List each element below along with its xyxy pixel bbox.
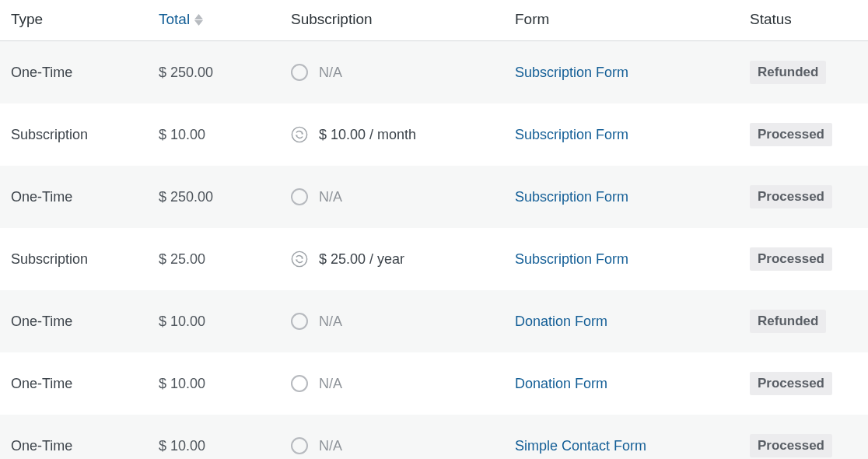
cell-status: Processed bbox=[750, 247, 868, 271]
status-badge: Processed bbox=[750, 123, 832, 146]
table-row: Subscription$ 25.00$ 25.00 / yearSubscri… bbox=[0, 228, 868, 290]
cell-status: Refunded bbox=[750, 310, 868, 333]
form-link[interactable]: Donation Form bbox=[515, 376, 607, 391]
table-body: One-Time$ 250.00N/ASubscription FormRefu… bbox=[0, 41, 868, 459]
renew-icon bbox=[291, 251, 308, 268]
table-row: One-Time$ 250.00N/ASubscription FormProc… bbox=[0, 166, 868, 228]
status-badge: Processed bbox=[750, 372, 832, 395]
status-badge: Processed bbox=[750, 247, 832, 271]
cell-total: $ 10.00 bbox=[159, 314, 291, 330]
cell-status: Processed bbox=[750, 123, 868, 146]
form-link[interactable]: Donation Form bbox=[515, 314, 607, 329]
circle-icon bbox=[291, 64, 308, 81]
cell-type: Subscription bbox=[0, 251, 159, 268]
cell-subscription: N/A bbox=[291, 437, 515, 454]
cell-status: Processed bbox=[750, 434, 868, 457]
cell-total: $ 10.00 bbox=[159, 376, 291, 392]
cell-subscription: N/A bbox=[291, 313, 515, 330]
renew-icon bbox=[291, 126, 308, 143]
subscription-text: N/A bbox=[319, 438, 342, 454]
subscription-text: N/A bbox=[319, 189, 342, 205]
cell-total: $ 250.00 bbox=[159, 189, 291, 205]
circle-icon bbox=[291, 375, 308, 392]
col-header-status[interactable]: Status bbox=[750, 11, 868, 28]
cell-form: Subscription Form bbox=[515, 65, 750, 81]
status-badge: Refunded bbox=[750, 61, 826, 84]
cell-status: Refunded bbox=[750, 61, 868, 84]
cell-subscription: N/A bbox=[291, 375, 515, 392]
cell-form: Subscription Form bbox=[515, 189, 750, 205]
cell-type: One-Time bbox=[0, 314, 159, 330]
col-header-subscription[interactable]: Subscription bbox=[291, 11, 515, 28]
cell-status: Processed bbox=[750, 185, 868, 208]
form-link[interactable]: Subscription Form bbox=[515, 189, 628, 205]
cell-subscription: N/A bbox=[291, 64, 515, 81]
table-header: Type Total Subscription Form Status bbox=[0, 0, 868, 41]
subscription-text: $ 10.00 / month bbox=[319, 127, 416, 143]
form-link[interactable]: Simple Contact Form bbox=[515, 438, 646, 454]
cell-type: One-Time bbox=[0, 438, 159, 454]
subscription-text: N/A bbox=[319, 65, 342, 81]
table-row: Subscription$ 10.00$ 10.00 / monthSubscr… bbox=[0, 103, 868, 166]
cell-subscription: N/A bbox=[291, 188, 515, 205]
status-badge: Refunded bbox=[750, 310, 826, 333]
subscription-text: N/A bbox=[319, 376, 342, 392]
cell-form: Subscription Form bbox=[515, 127, 750, 143]
circle-icon bbox=[291, 188, 308, 205]
form-link[interactable]: Subscription Form bbox=[515, 65, 628, 80]
cell-form: Simple Contact Form bbox=[515, 438, 750, 454]
col-header-total[interactable]: Total bbox=[159, 11, 203, 28]
col-header-form[interactable]: Form bbox=[515, 11, 750, 28]
circle-icon bbox=[291, 437, 308, 454]
cell-type: One-Time bbox=[0, 376, 159, 392]
cell-status: Processed bbox=[750, 372, 868, 395]
cell-subscription: $ 10.00 / month bbox=[291, 126, 515, 143]
cell-type: Subscription bbox=[0, 127, 159, 143]
subscription-text: $ 25.00 / year bbox=[319, 251, 404, 268]
cell-total: $ 10.00 bbox=[159, 127, 291, 143]
svg-point-1 bbox=[292, 251, 306, 266]
cell-subscription: $ 25.00 / year bbox=[291, 251, 515, 268]
table-row: One-Time$ 10.00N/ADonation FormRefunded bbox=[0, 290, 868, 352]
cell-form: Subscription Form bbox=[515, 251, 750, 268]
form-link[interactable]: Subscription Form bbox=[515, 127, 628, 142]
subscription-text: N/A bbox=[319, 314, 342, 330]
status-badge: Processed bbox=[750, 185, 832, 208]
table-row: One-Time$ 10.00N/ADonation FormProcessed bbox=[0, 352, 868, 415]
col-header-total-label: Total bbox=[159, 11, 190, 28]
payments-table: Type Total Subscription Form Status One-… bbox=[0, 0, 868, 459]
cell-total: $ 10.00 bbox=[159, 438, 291, 454]
table-row: One-Time$ 250.00N/ASubscription FormRefu… bbox=[0, 41, 868, 103]
cell-total: $ 250.00 bbox=[159, 65, 291, 81]
col-header-type[interactable]: Type bbox=[0, 11, 159, 28]
cell-type: One-Time bbox=[0, 189, 159, 205]
cell-total: $ 25.00 bbox=[159, 251, 291, 268]
status-badge: Processed bbox=[750, 434, 832, 457]
cell-type: One-Time bbox=[0, 65, 159, 81]
cell-form: Donation Form bbox=[515, 376, 750, 392]
circle-icon bbox=[291, 313, 308, 330]
cell-form: Donation Form bbox=[515, 314, 750, 330]
svg-point-0 bbox=[292, 127, 306, 142]
sort-icon bbox=[194, 14, 203, 26]
table-row: One-Time$ 10.00N/ASimple Contact FormPro… bbox=[0, 415, 868, 459]
form-link[interactable]: Subscription Form bbox=[515, 251, 628, 267]
